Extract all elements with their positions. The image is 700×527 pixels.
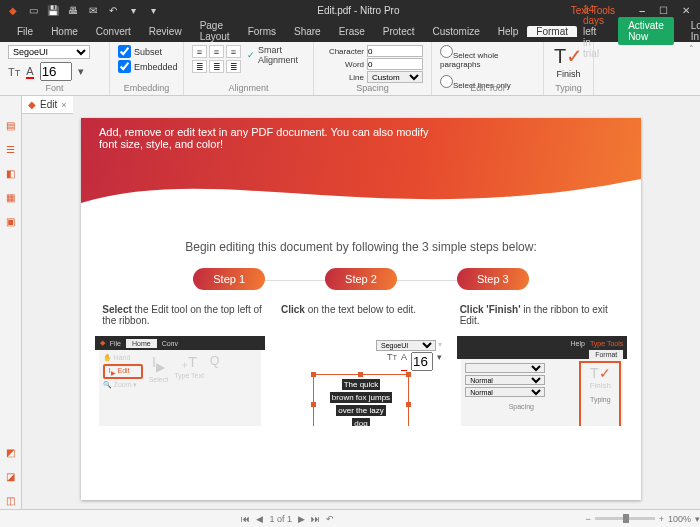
nav-prev-icon[interactable]: ◀ — [256, 514, 263, 524]
step-2-pill: Step 2 — [325, 268, 397, 290]
side-pages-icon[interactable]: ▤ — [4, 120, 18, 134]
embedding-group-label: Embedding — [110, 83, 183, 93]
instruction-1: Select the Edit tool on the top left of … — [102, 304, 262, 326]
menu-review[interactable]: Review — [140, 26, 191, 37]
activate-button[interactable]: Activate Now — [618, 17, 674, 45]
menu-protect[interactable]: Protect — [374, 26, 424, 37]
edittool-group-label: Edit Tool — [432, 83, 543, 93]
menu-file[interactable]: File — [8, 26, 42, 37]
intro-text: Begin editing this document by following… — [81, 240, 641, 254]
qat-redo-icon[interactable]: ▾ — [126, 3, 140, 17]
font-family-select[interactable]: SegoeUI — [8, 45, 90, 59]
align-left-button[interactable]: ≡ — [192, 45, 207, 58]
menu-share[interactable]: Share — [285, 26, 330, 37]
font-size-input[interactable] — [40, 62, 72, 81]
nav-back-icon[interactable]: ↶ — [326, 514, 334, 524]
alignment-group-label: Alignment — [184, 83, 313, 93]
nav-last-icon[interactable]: ⏭ — [311, 514, 320, 524]
subset-checkbox[interactable]: Subset — [118, 45, 175, 58]
menu-erase[interactable]: Erase — [330, 26, 374, 37]
finish-button[interactable]: Finish — [556, 69, 580, 79]
qat-email-icon[interactable]: ✉ — [86, 3, 100, 17]
window-title: Edit.pdf - Nitro Pro — [160, 5, 557, 16]
align-top-button[interactable]: ≣ — [209, 60, 224, 73]
side-layers-icon[interactable]: ▦ — [4, 192, 18, 206]
text-effect-icon[interactable]: TT — [8, 66, 20, 78]
menu-customize[interactable]: Customize — [424, 26, 489, 37]
character-spacing-label: Character — [322, 47, 364, 56]
line-spacing-select[interactable]: Custom — [367, 71, 423, 83]
page-indicator: 1 of 1 — [269, 514, 292, 524]
side-signatures-icon[interactable]: ◧ — [4, 168, 18, 182]
app-flame-icon: ◆ — [6, 3, 20, 17]
zoom-level[interactable]: 100% — [668, 514, 691, 524]
zoom-out-button[interactable]: − — [585, 514, 590, 524]
step-1-pill: Step 1 — [193, 268, 265, 290]
instruction-2: Click on the text below to edit. — [281, 304, 441, 326]
align-bottom-button[interactable]: ≣ — [226, 60, 241, 73]
side-attachments-icon[interactable]: ▣ — [4, 216, 18, 230]
close-tab-button[interactable]: × — [61, 100, 66, 110]
qat-new-icon[interactable]: ▭ — [26, 3, 40, 17]
finish-icon[interactable]: T✓ — [554, 44, 583, 68]
font-group-label: Font — [0, 83, 109, 93]
doc-flame-icon: ◆ — [28, 99, 36, 110]
spacing-group-label: Spacing — [314, 83, 431, 93]
collapse-ribbon-icon[interactable]: ˄ — [689, 44, 694, 54]
zoom-slider[interactable] — [595, 517, 655, 520]
font-color-icon[interactable]: A — [26, 65, 33, 79]
zoom-in-button[interactable]: + — [659, 514, 664, 524]
close-button[interactable]: ✕ — [682, 5, 690, 16]
word-spacing-label: Word — [322, 60, 364, 69]
login-button[interactable]: Log In — [682, 20, 700, 42]
thumbnail-step-1: ◆FileHomeConv ✋ Hand I▶ Edit 🔍 Zoom ▾ I▶… — [95, 336, 265, 426]
thumbnail-step-3: HelpType Tools Format Normal Normal Spac… — [457, 336, 627, 426]
zoom-dropdown-icon[interactable]: ▾ — [695, 514, 700, 524]
minimize-button[interactable]: ‒ — [639, 5, 645, 16]
finish-highlight: T✓ Finish Typing — [579, 361, 621, 426]
menu-forms[interactable]: Forms — [239, 26, 285, 37]
embedded-checkbox[interactable]: Embedded — [118, 60, 175, 73]
side-bookmarks-icon[interactable]: ☰ — [4, 144, 18, 158]
qat-undo-icon[interactable]: ↶ — [106, 3, 120, 17]
nav-first-icon[interactable]: ⏮ — [241, 514, 250, 524]
document-tab[interactable]: Edit× — [40, 99, 67, 110]
align-center-button[interactable]: ≡ — [209, 45, 224, 58]
menu-home[interactable]: Home — [42, 26, 87, 37]
font-size-dropdown-icon[interactable]: ▾ — [78, 65, 84, 78]
menu-format[interactable]: Format — [527, 26, 577, 37]
instruction-3: Click 'Finish' in the ribbon to exit Edi… — [460, 304, 620, 326]
side-output-icon[interactable]: ◩ — [4, 447, 18, 461]
word-spacing-input[interactable] — [367, 58, 423, 70]
nav-next-icon[interactable]: ▶ — [298, 514, 305, 524]
hero-text: Add, remove or edit text in any PDF docu… — [99, 126, 439, 150]
side-comments-icon[interactable]: ◪ — [4, 471, 18, 485]
step-3-pill: Step 3 — [457, 268, 529, 290]
maximize-button[interactable]: ☐ — [659, 5, 668, 16]
menu-convert[interactable]: Convert — [87, 26, 140, 37]
thumbnail-step-2: SegoeUI▾ TTA▾ The quick brown fox jumps … — [276, 336, 446, 426]
select-whole-paragraphs-radio[interactable]: Select whole paragraphs — [440, 45, 535, 69]
menu-help[interactable]: Help — [489, 26, 528, 37]
align-justify-button[interactable]: ≣ — [192, 60, 207, 73]
line-spacing-label: Line — [322, 73, 364, 82]
edit-tool-highlight: I▶ Edit — [103, 364, 143, 379]
side-find-icon[interactable]: ◫ — [4, 495, 18, 509]
qat-print-icon[interactable]: 🖶 — [66, 3, 80, 17]
qat-menu-icon[interactable]: ▾ — [146, 3, 160, 17]
align-right-button[interactable]: ≡ — [226, 45, 241, 58]
typing-group-label: Typing — [544, 83, 593, 93]
menu-page-layout[interactable]: Page Layout — [191, 20, 239, 42]
character-spacing-input[interactable] — [367, 45, 423, 57]
qat-save-icon[interactable]: 💾 — [46, 3, 60, 17]
hero-wave-decoration — [81, 173, 641, 219]
smart-alignment-toggle[interactable]: ✓Smart Alignment — [247, 45, 305, 65]
